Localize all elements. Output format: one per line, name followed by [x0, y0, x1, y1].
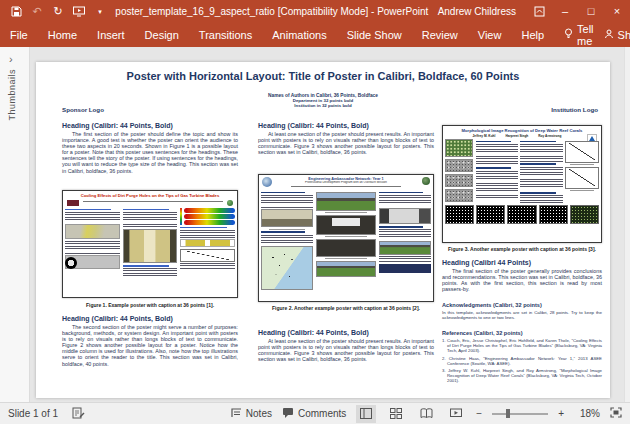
heatmap-blades: [180, 208, 235, 225]
mini-text: [65, 241, 120, 254]
slide-canvas[interactable]: Poster with Horizontal Layout: Title of …: [36, 62, 610, 398]
start-slideshow-icon[interactable]: [73, 5, 85, 17]
figure2-col-right: [379, 190, 431, 290]
mini-text: [180, 230, 235, 238]
cross-section-image: [65, 255, 120, 269]
thumbnails-panel-label: Thumbnails: [7, 69, 17, 121]
tab-design[interactable]: Design: [135, 22, 189, 47]
equation-text: [123, 268, 178, 276]
col3-heading: Heading (Calibri 44 Points): [442, 259, 531, 266]
share-button[interactable]: Share: [604, 29, 630, 41]
mini-text: [261, 235, 313, 246]
vertical-scrollbar[interactable]: [624, 47, 630, 402]
figure3-col-plots: [565, 139, 599, 203]
institution-logo-placeholder: Institution Logo: [551, 106, 598, 113]
figure3-author2: Harpreet Singh: [505, 134, 528, 138]
col1-paragraph1: The first section of the poster should d…: [62, 131, 238, 174]
col2-paragraph1: At least one section of the poster shoul…: [258, 131, 434, 155]
customize-qat-icon[interactable]: ▾: [94, 5, 106, 17]
close-button[interactable]: ×: [604, 0, 630, 22]
col1-paragraph1-text: The first section of the poster should d…: [62, 131, 238, 174]
undo-icon[interactable]: ↶: [31, 5, 43, 17]
figure3-author3: Roy Armstrong: [538, 134, 561, 138]
col1-heading1: Heading (Calibri: 44 Points, Bold): [62, 122, 173, 129]
zoom-level[interactable]: 18%: [574, 408, 600, 419]
figure2-caption: Figure 2. Another example poster with ca…: [258, 305, 434, 311]
mini-text: [379, 195, 431, 207]
heatmap-row: [184, 214, 235, 219]
tab-review[interactable]: Review: [412, 22, 468, 47]
figure3-example-poster[interactable]: Morphological Image Recognition of Deep …: [442, 125, 602, 243]
account-name[interactable]: Andrew Childress: [438, 6, 516, 17]
expand-panel-chevron-icon[interactable]: ›: [9, 53, 13, 65]
tab-slide-show[interactable]: Slide Show: [337, 22, 412, 47]
redo-icon[interactable]: ↻: [52, 5, 64, 17]
heatmap-row: [184, 208, 235, 213]
slideshow-view-button[interactable]: [446, 405, 466, 423]
coral-gray-image: [445, 159, 473, 172]
slide-indicator[interactable]: Slide 1 of 1: [8, 408, 58, 419]
zoom-out-button[interactable]: −: [476, 408, 482, 419]
accessibility-check-icon[interactable]: [72, 407, 85, 421]
col2-heading1: Heading (Calibri: 44 Points, Bold): [258, 122, 369, 129]
ribbon-display-options-icon[interactable]: [526, 0, 552, 22]
mini-text: [520, 195, 562, 203]
binary-image-green: [570, 205, 599, 224]
save-icon[interactable]: [10, 5, 22, 17]
tab-animations[interactable]: Animations: [262, 22, 336, 47]
tell-me-box[interactable]: Tell me: [554, 23, 604, 47]
title-bar: ↶ ↻ ▾ poster_template_16_9_aspect_ratio …: [0, 0, 630, 22]
acknowledgments-heading: Acknowledgments (Calibri, 32 points): [442, 302, 542, 308]
zoom-slider[interactable]: [492, 413, 548, 415]
mini-heading: [123, 265, 169, 267]
photo-caption-line: [325, 212, 367, 213]
minimize-button[interactable]: –: [552, 0, 578, 22]
plot-caption-line: [570, 164, 594, 165]
maximize-button[interactable]: □: [578, 0, 604, 22]
photo-caption-line: [325, 236, 367, 237]
figure1-col-right: [180, 207, 235, 276]
figure1-embedded-title: Cooling Effects of Dirt Purge Holes on t…: [65, 193, 235, 198]
figure1-example-poster[interactable]: Cooling Effects of Dirt Purge Holes on t…: [62, 190, 238, 298]
figure1-header: [65, 199, 235, 207]
comments-button[interactable]: Comments: [282, 407, 346, 420]
figure2-col-middle: [316, 190, 376, 290]
group-photo: [379, 241, 431, 255]
tab-transitions[interactable]: Transitions: [189, 22, 262, 47]
mini-text: [123, 212, 178, 228]
coral-gray-image: [445, 174, 473, 187]
references-list: 1. Couch, Eric, Jesse Christophel, Eric …: [442, 338, 602, 386]
figure3-binary-row: [445, 205, 599, 224]
auditorium-photo: [316, 239, 376, 257]
slide-sorter-view-button[interactable]: [386, 405, 406, 423]
tab-home[interactable]: Home: [38, 22, 87, 47]
comments-icon: [282, 407, 294, 420]
poster-author-block: Names of Authors in Calibri, 36 Points, …: [36, 93, 610, 108]
figure2-example-poster[interactable]: Engineering Ambassador Network: Year 1 P…: [258, 174, 434, 302]
mini-text: [65, 212, 120, 223]
mini-heading: [261, 231, 305, 233]
tab-help[interactable]: Help: [511, 22, 554, 47]
tab-file[interactable]: File: [0, 22, 38, 47]
mini-text: [180, 263, 235, 270]
globe-logo: [262, 177, 272, 187]
green-seal-logo: [422, 177, 430, 185]
binary-image: [507, 205, 536, 224]
tab-view[interactable]: View: [468, 22, 512, 47]
figure2-authors-line: [291, 186, 401, 187]
tab-insert[interactable]: Insert: [87, 22, 135, 47]
status-bar: Slide 1 of 1 Notes Comments: [0, 402, 630, 424]
thumbnails-panel[interactable]: › Thumbnails: [0, 47, 30, 402]
zoom-in-button[interactable]: +: [558, 408, 564, 419]
mini-text: [379, 256, 431, 262]
mini-heading: [123, 209, 169, 211]
notes-button[interactable]: Notes: [231, 407, 272, 420]
fit-slide-to-window-icon[interactable]: [610, 407, 622, 420]
zoom-slider-thumb[interactable]: [506, 409, 510, 418]
reading-view-button[interactable]: [416, 405, 436, 423]
photo-caption-line: [325, 258, 367, 259]
mini-heading: [379, 192, 423, 194]
normal-view-button[interactable]: [356, 405, 376, 423]
reference-item: 2. Christine Haas, “Engineering Ambassad…: [442, 356, 602, 366]
window-title: poster_template_16_9_aspect_ratio [Compa…: [106, 6, 438, 17]
